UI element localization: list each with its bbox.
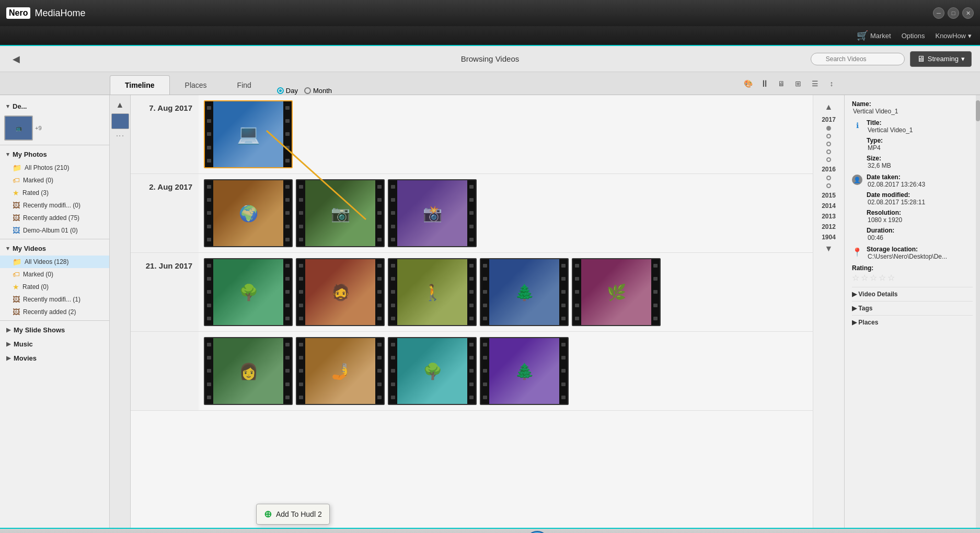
video-grid-2: 🌍 bbox=[199, 174, 813, 252]
recently-added-videos-icon: 🖼 bbox=[13, 308, 20, 316]
fs-r-v10 bbox=[283, 338, 292, 404]
vi-v5: 🌳 bbox=[213, 259, 283, 325]
toolbar-icon-list[interactable]: ☰ bbox=[808, 76, 822, 91]
tab-places[interactable]: Places bbox=[170, 75, 222, 95]
toolbar-icon-pause[interactable]: ⏸ bbox=[757, 76, 772, 91]
market-menu-item[interactable]: 🛒 Market bbox=[857, 30, 891, 41]
video-thumb-v2[interactable]: 🌍 bbox=[204, 179, 293, 247]
thumb-nav-up-arrow[interactable]: ▲ bbox=[114, 98, 126, 112]
toolbar-icon-display[interactable]: 🖥 bbox=[774, 76, 789, 91]
device-thumb[interactable]: 📺 bbox=[4, 115, 33, 141]
video-thumb-v4[interactable]: 📸 bbox=[388, 179, 477, 247]
expand-tags[interactable]: ▶ Tags bbox=[852, 301, 973, 315]
maximize-button[interactable]: □ bbox=[948, 7, 959, 19]
star-2[interactable]: ☆ bbox=[861, 273, 868, 283]
videos-section-label: My Videos bbox=[13, 245, 46, 252]
tab-find[interactable]: Find bbox=[222, 75, 267, 95]
star-3[interactable]: ☆ bbox=[870, 273, 877, 283]
sidebar-item-marked-photos[interactable]: 🏷 Marked (0) bbox=[0, 174, 109, 187]
timeline-scroll-down[interactable]: ▼ bbox=[823, 242, 835, 256]
sidebar-item-recently-modified-videos[interactable]: 🖼 Recently modifi... (1) bbox=[0, 293, 109, 306]
toolbar-icon-color[interactable]: 🎨 bbox=[741, 76, 755, 91]
timeline-scroll-up[interactable]: ▲ bbox=[823, 100, 835, 114]
fs-l-v6 bbox=[297, 259, 305, 325]
timeline-dot-1[interactable] bbox=[826, 126, 831, 131]
day-radio[interactable]: Day bbox=[277, 87, 298, 95]
video-thumb-v7[interactable]: 🚶 bbox=[388, 258, 477, 326]
thumb-small-1[interactable] bbox=[111, 113, 129, 129]
sidebar-item-recently-added-photos[interactable]: 🖼 Recently added (75) bbox=[0, 212, 109, 224]
vi-v6: 🧔 bbox=[305, 259, 375, 325]
video-thumb-v12[interactable]: 🌳 bbox=[388, 337, 477, 405]
detail-title-label: Title: bbox=[867, 119, 973, 126]
toolbar-icons: 🎨 ⏸ 🖥 ⊞ ☰ ↕ bbox=[741, 72, 839, 95]
minimize-button[interactable]: ─ bbox=[933, 7, 944, 19]
sidebar-section-devices[interactable]: ▾ De... bbox=[0, 99, 109, 113]
videos-expand-arrow: ▾ bbox=[6, 245, 9, 252]
sidebar-item-all-videos[interactable]: 📁 All Videos (128) bbox=[0, 256, 109, 268]
streaming-button[interactable]: 🖥 Streaming ▾ bbox=[910, 51, 972, 67]
scrollbar-thumb[interactable] bbox=[976, 100, 980, 121]
options-menu-item[interactable]: Options bbox=[902, 32, 925, 40]
thumb-nav-dots[interactable]: ⋮ bbox=[114, 131, 126, 141]
close-button[interactable]: ✕ bbox=[962, 7, 974, 19]
topbar-nav-arrow[interactable]: ◀ bbox=[13, 53, 20, 65]
toolbar-icon-grid[interactable]: ⊞ bbox=[791, 76, 805, 91]
detail-type-label: Type: bbox=[867, 137, 973, 144]
day-radio-dot[interactable] bbox=[277, 87, 284, 94]
vi-v9: 🌿 bbox=[581, 259, 651, 325]
sidebar-section-movies[interactable]: ▶ Movies bbox=[0, 351, 109, 365]
timeline-dot-2[interactable] bbox=[826, 134, 831, 138]
film-strip-right-v1 bbox=[283, 101, 292, 167]
film-strip-right-v2 bbox=[283, 180, 292, 246]
fs-r-v13 bbox=[559, 338, 568, 404]
timeline-dot-3[interactable] bbox=[826, 142, 831, 146]
sidebar-item-recently-added-videos[interactable]: 🖼 Recently added (2) bbox=[0, 306, 109, 318]
recently-modified-videos-label: Recently modifi... (1) bbox=[23, 296, 80, 303]
sidebar-section-photos[interactable]: ▾ My Photos bbox=[0, 147, 109, 161]
sidebar-item-demo-album[interactable]: 🖼 Demo-Album 01 (0) bbox=[0, 224, 109, 237]
sidebar-item-marked-videos[interactable]: 🏷 Marked (0) bbox=[0, 268, 109, 281]
sidebar-item-all-photos[interactable]: 📁 All Photos (210) bbox=[0, 161, 109, 174]
video-thumb-v8[interactable]: 🌲 bbox=[480, 258, 569, 326]
month-radio-dot[interactable] bbox=[304, 87, 311, 94]
star-1[interactable]: ☆ bbox=[852, 273, 859, 283]
video-thumb-v3[interactable]: 📷 bbox=[296, 179, 385, 247]
video-thumb-v5[interactable]: 🌳 bbox=[204, 258, 293, 326]
expand-places[interactable]: ▶ Places bbox=[852, 315, 973, 329]
month-radio[interactable]: Month bbox=[304, 87, 332, 95]
expand-video-details[interactable]: ▶ Video Details bbox=[852, 287, 973, 301]
video-thumb-v11[interactable]: 🤳 bbox=[296, 337, 385, 405]
timeline-dot-4[interactable] bbox=[826, 149, 831, 154]
timeline-dot-6[interactable] bbox=[826, 176, 831, 180]
timeline-dot-7[interactable] bbox=[826, 183, 831, 188]
topbar: ◀ Browsing Videos 🔍 🖥 Streaming ▾ bbox=[0, 46, 980, 72]
video-thumb-v10[interactable]: 👩 bbox=[204, 337, 293, 405]
video-thumb-v9[interactable]: 🌿 bbox=[572, 258, 661, 326]
sidebar-item-rated-videos[interactable]: ★ Rated (0) bbox=[0, 281, 109, 293]
detail-size-label: Size: bbox=[867, 155, 973, 162]
sidebar-section-videos[interactable]: ▾ My Videos bbox=[0, 241, 109, 256]
search-area: 🔍 🖥 Streaming ▾ bbox=[811, 51, 972, 67]
star-5[interactable]: ☆ bbox=[887, 273, 895, 283]
search-input[interactable] bbox=[811, 53, 905, 65]
play-button[interactable]: ▶ bbox=[526, 531, 549, 533]
scrollbar-track bbox=[976, 95, 980, 528]
sidebar-section-music[interactable]: ▶ Music bbox=[0, 337, 109, 351]
marked-videos-icon: 🏷 bbox=[13, 270, 20, 279]
toolbar-icon-sort[interactable]: ↕ bbox=[824, 76, 839, 91]
sidebar-item-rated-photos[interactable]: ★ Rated (3) bbox=[0, 187, 109, 199]
sidebar-item-recently-modified-photos[interactable]: 🖼 Recently modifi... (0) bbox=[0, 199, 109, 212]
video-thumb-v13[interactable]: 🌲 bbox=[480, 337, 569, 405]
timeline-dot-5[interactable] bbox=[826, 157, 831, 162]
detail-title-row: ℹ Title: Vertical Video_1 Type: MP4 Size… bbox=[852, 119, 973, 169]
video-thumb-v6[interactable]: 🧔 bbox=[296, 258, 385, 326]
star-4[interactable]: ☆ bbox=[879, 273, 886, 283]
video-thumb-v1[interactable]: 💻 bbox=[204, 100, 293, 168]
sidebar-section-slideshows[interactable]: ▶ My Slide Shows bbox=[0, 323, 109, 337]
vp-v8: 🌲 bbox=[489, 259, 559, 325]
tab-timeline[interactable]: Timeline bbox=[110, 75, 170, 95]
detail-type-value: MP4 bbox=[867, 144, 973, 152]
knowhow-menu-item[interactable]: KnowHow ▾ bbox=[935, 32, 972, 40]
rated-videos-icon: ★ bbox=[13, 283, 19, 291]
